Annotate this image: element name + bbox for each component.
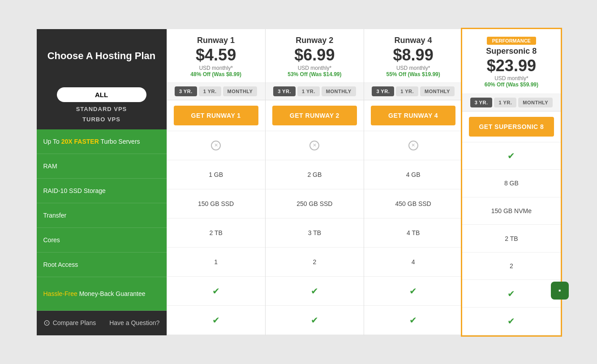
- plan-name-2: Runway 4: [395, 36, 432, 45]
- check-icon: ✔: [409, 315, 417, 325]
- plan-discount-3: 60% Off (Was $59.99): [485, 81, 538, 88]
- question-link[interactable]: Have a Question?: [109, 319, 159, 326]
- feature-storage-label: RAID-10 SSD Storage: [43, 187, 106, 194]
- root-row-3: ✔: [462, 280, 560, 308]
- feature-guarantee-label: Hassle-Free Money-Back Guarantee: [43, 290, 146, 297]
- billing-tabs-3: 3 YR. 1 YR. MONTHLY: [462, 94, 560, 111]
- tab-1yr-0[interactable]: 1 YR.: [199, 86, 221, 96]
- storage-row-0: 150 GB SSD: [167, 189, 265, 218]
- compare-plans-link[interactable]: ⊙ Compare Plans: [43, 318, 96, 328]
- billing-tabs-1: 3 YR. 1 YR. MONTHLY: [266, 83, 364, 100]
- plan-discount-1: 53% Off (Was $14.99): [288, 71, 341, 77]
- guarantee-row-3: ✔: [462, 308, 560, 335]
- plan-col-3: Performance Supersonic 8 $23.99 USD mont…: [461, 28, 562, 337]
- feature-root: Root Access: [37, 253, 167, 277]
- storage-row-1: 250 GB SSD: [266, 189, 364, 218]
- tab-3yr-1[interactable]: 3 YR.: [273, 86, 296, 96]
- storage-row-3: 150 GB NVMe: [462, 197, 560, 225]
- root-row-1: ✔: [266, 277, 364, 306]
- feature-transfer-label: Transfer: [43, 212, 67, 219]
- feature-guarantee: Hassle-Free Money-Back Guarantee: [37, 277, 167, 311]
- tab-3yr-0[interactable]: 3 YR.: [175, 86, 197, 96]
- ram-row-0: 1 GB: [167, 160, 265, 189]
- transfer-row-3: 2 TB: [462, 225, 560, 253]
- plan-header-3: Performance Supersonic 8 $23.99 USD mont…: [462, 29, 560, 94]
- plan-col-0: Runway 1 $4.59 USD monthly* 48% Off (Was…: [167, 29, 265, 335]
- plan-col-1: Runway 2 $6.99 USD monthly* 53% Off (Was…: [265, 29, 364, 335]
- sidebar-footer: ⊙ Compare Plans Have a Question?: [37, 311, 167, 335]
- filter-turbo-link[interactable]: TURBO VPS: [82, 116, 120, 123]
- plans-grid: Runway 1 $4.59 USD monthly* 48% Off (Was…: [167, 29, 561, 335]
- plan-price-2: $8.99: [393, 46, 434, 64]
- cta-button-3[interactable]: GET SUPERSONIC 8: [469, 117, 554, 137]
- check-icon: ✔: [409, 286, 417, 296]
- cta-button-0[interactable]: GET RUNWAY 1: [174, 106, 258, 125]
- feature-storage: RAID-10 SSD Storage: [37, 179, 167, 203]
- cta-row-1: GET RUNWAY 2: [266, 100, 364, 131]
- sidebar: Choose A Hosting Plan ALL STANDARD VPS T…: [37, 29, 167, 335]
- cores-row-2: 4: [364, 248, 462, 277]
- turbo-row-3: ✔: [462, 142, 560, 170]
- plan-name-3: Supersonic 8: [486, 47, 537, 56]
- cta-button-1[interactable]: GET RUNWAY 2: [272, 106, 357, 125]
- tab-1yr-2[interactable]: 1 YR.: [396, 86, 418, 96]
- transfer-row-0: 2 TB: [167, 218, 265, 248]
- cta-row-3: GET SUPERSONIC 8: [462, 111, 560, 142]
- sidebar-header: Choose A Hosting Plan: [37, 29, 167, 83]
- plan-usd-2: USD monthly*: [396, 65, 430, 71]
- ram-row-3: 8 GB: [462, 170, 560, 197]
- plan-price-1: $6.99: [294, 46, 335, 64]
- plans-area: Runway 1 $4.59 USD monthly* 48% Off (Was…: [167, 29, 561, 335]
- plan-header-1: Runway 2 $6.99 USD monthly* 53% Off (Was…: [266, 29, 364, 83]
- feature-turbo: Up To 20X FASTER Turbo Servers: [37, 129, 167, 154]
- pricing-container: Choose A Hosting Plan ALL STANDARD VPS T…: [37, 29, 561, 335]
- sidebar-title: Choose A Hosting Plan: [47, 50, 156, 62]
- cross-icon: ✕: [309, 141, 319, 150]
- plan-discount-0: 48% Off (Was $8.99): [190, 71, 241, 77]
- feature-cores: Cores: [37, 228, 167, 253]
- filter-all-button[interactable]: ALL: [57, 87, 146, 102]
- plan-price-0: $4.59: [196, 46, 236, 64]
- fab-icon: ▪: [558, 287, 561, 295]
- cores-row-3: 2: [462, 253, 560, 280]
- plan-name-1: Runway 2: [296, 36, 333, 45]
- compare-plans-text: Compare Plans: [53, 319, 96, 326]
- feature-ram: RAM: [37, 154, 167, 179]
- tab-1yr-3[interactable]: 1 YR.: [494, 98, 516, 107]
- plan-usd-0: USD monthly*: [199, 65, 232, 71]
- ram-row-1: 2 GB: [266, 160, 364, 189]
- cta-row-2: GET RUNWAY 4: [364, 100, 462, 131]
- plan-col-2: Runway 4 $8.99 USD monthly* 55% Off (Was…: [364, 29, 462, 335]
- guarantee-row-0: ✔: [167, 306, 265, 335]
- tab-monthly-3[interactable]: MONTHLY: [518, 98, 553, 107]
- feature-turbo-label: Up To 20X FASTER Turbo Servers: [43, 138, 140, 145]
- guarantee-row-1: ✔: [266, 306, 364, 335]
- fab-button[interactable]: ▪: [551, 282, 569, 300]
- ram-row-2: 4 GB: [364, 160, 462, 189]
- tab-3yr-3[interactable]: 3 YR.: [470, 98, 493, 107]
- tab-monthly-0[interactable]: MONTHLY: [223, 86, 258, 96]
- plan-header-2: Runway 4 $8.99 USD monthly* 55% Off (Was…: [364, 29, 462, 83]
- sidebar-features: Up To 20X FASTER Turbo Servers RAM RAID-…: [37, 129, 167, 311]
- guarantee-row-2: ✔: [364, 306, 462, 335]
- turbo-row-1: ✕: [266, 131, 364, 160]
- cores-row-1: 2: [266, 248, 364, 277]
- check-icon: ✔: [311, 286, 318, 296]
- plan-name-0: Runway 1: [197, 36, 235, 45]
- plan-usd-1: USD monthly*: [298, 65, 331, 71]
- transfer-row-1: 3 TB: [266, 218, 364, 248]
- tab-monthly-2[interactable]: MONTHLY: [420, 86, 455, 96]
- feature-ram-label: RAM: [43, 163, 57, 170]
- turbo-row-0: ✕: [167, 131, 265, 160]
- feature-cores-label: Cores: [43, 236, 60, 244]
- cta-button-2[interactable]: GET RUNWAY 4: [371, 106, 455, 125]
- root-row-2: ✔: [364, 277, 462, 306]
- tab-3yr-2[interactable]: 3 YR.: [372, 86, 394, 96]
- cross-icon: ✕: [408, 141, 418, 150]
- check-icon: ✔: [507, 150, 515, 161]
- faster-text: 20X FASTER: [61, 138, 99, 145]
- tab-monthly-1[interactable]: MONTHLY: [322, 86, 356, 96]
- plan-header-0: Runway 1 $4.59 USD monthly* 48% Off (Was…: [167, 29, 265, 83]
- filter-standard-link[interactable]: STANDARD VPS: [76, 106, 127, 112]
- tab-1yr-1[interactable]: 1 YR.: [297, 86, 320, 96]
